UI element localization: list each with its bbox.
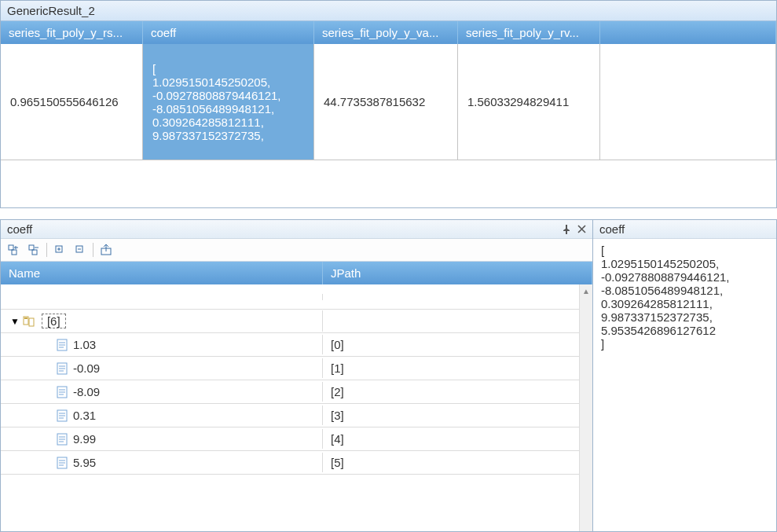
tree-item-value: -8.09 <box>73 385 100 398</box>
value-icon <box>56 409 68 422</box>
array-icon <box>23 315 35 328</box>
svg-rect-2 <box>29 245 34 250</box>
tree-column-jpath[interactable]: JPath <box>323 262 592 284</box>
scroll-up-icon[interactable]: ▲ <box>580 284 592 298</box>
pin-icon[interactable] <box>562 225 571 234</box>
tree-panel-title-text: coeff <box>7 222 32 236</box>
value-icon <box>56 339 68 351</box>
tree-root-label: [6] <box>42 314 66 328</box>
value-icon <box>56 433 68 446</box>
tree-item-row[interactable]: 1.03 [0] <box>1 333 592 357</box>
tree-item-row[interactable]: 5.95 [5] <box>1 451 592 475</box>
column-header[interactable]: series_fit_poly_y_rs... <box>1 21 143 44</box>
vertical-scrollbar[interactable]: ▲ <box>579 284 592 531</box>
svg-rect-1 <box>12 250 16 255</box>
grid-cell-selected[interactable]: [ 1.0295150145250205, -0.092788088794461… <box>143 44 314 160</box>
svg-rect-9 <box>24 317 27 319</box>
close-icon[interactable] <box>577 225 586 233</box>
expand-all-icon[interactable] <box>5 242 21 258</box>
tree-column-name[interactable]: Name <box>1 262 323 284</box>
tree-panel: coeff <box>0 219 593 532</box>
tree-item-value: 1.03 <box>73 338 96 351</box>
tree-item-value: 0.31 <box>73 409 96 422</box>
tree-blank-row <box>1 284 592 310</box>
grid-cell[interactable]: 0.965150555646126 <box>1 44 143 160</box>
collapse-node-icon[interactable] <box>72 242 88 258</box>
tree-item-jpath: [4] <box>323 429 592 449</box>
column-header[interactable]: coeff <box>143 21 314 44</box>
tree-root-row[interactable]: ▼ [6] <box>1 310 592 333</box>
tree-panel-title: coeff <box>1 220 592 239</box>
grid-row[interactable]: 0.965150555646126 [ 1.0295150145250205, … <box>1 44 776 160</box>
tree-item-jpath: [3] <box>323 405 592 425</box>
tree-item-row[interactable]: -8.09 [2] <box>1 380 592 404</box>
collapse-all-icon[interactable] <box>26 242 42 258</box>
grid-cell-empty <box>600 44 776 160</box>
tree-toolbar <box>1 239 592 262</box>
panel-title: GenericResult_2 <box>1 1 776 21</box>
toolbar-separator <box>46 243 47 257</box>
value-icon <box>56 362 68 375</box>
column-header-empty <box>600 21 776 44</box>
tree-item-row[interactable]: 9.99 [4] <box>1 427 592 451</box>
export-icon[interactable] <box>98 242 114 258</box>
column-header[interactable]: series_fit_poly_y_rv... <box>458 21 600 44</box>
detail-panel-title-text: coeff <box>599 222 625 236</box>
tree-item-value: -0.09 <box>73 361 100 375</box>
svg-rect-0 <box>9 245 13 250</box>
value-icon <box>56 457 68 469</box>
column-header[interactable]: series_fit_poly_y_va... <box>314 21 458 44</box>
svg-rect-3 <box>32 250 37 255</box>
tree-item-jpath: [1] <box>323 358 592 378</box>
svg-rect-8 <box>29 318 34 326</box>
detail-text[interactable]: [ 1.0295150145250205, -0.092788088794461… <box>593 239 776 531</box>
grid-cell[interactable]: 44.7735387815632 <box>314 44 458 160</box>
tree-item-row[interactable]: -0.09 [1] <box>1 357 592 380</box>
tree-item-jpath: [0] <box>323 335 592 354</box>
grid-header: series_fit_poly_y_rs... coeff series_fit… <box>1 21 776 44</box>
tree-header: Name JPath <box>1 262 592 284</box>
tree-item-row[interactable]: 0.31 [3] <box>1 404 592 427</box>
tree-item-value: 9.99 <box>73 432 96 446</box>
tree-body: ▼ [6] 1.03 [0] <box>1 284 592 531</box>
toolbar-separator <box>93 243 93 257</box>
value-icon <box>56 386 68 398</box>
detail-panel: coeff [ 1.0295150145250205, -0.092788088… <box>593 219 777 532</box>
tree-item-jpath: [5] <box>323 453 592 472</box>
grid-cell[interactable]: 1.56033294829411 <box>458 44 600 160</box>
tree-item-value: 5.95 <box>73 456 96 469</box>
result-grid-panel: GenericResult_2 series_fit_poly_y_rs... … <box>0 0 777 208</box>
bottom-area: coeff <box>0 219 777 532</box>
detail-panel-title: coeff <box>593 220 776 239</box>
collapse-arrow-icon[interactable]: ▼ <box>10 316 20 327</box>
expand-node-icon[interactable] <box>52 242 68 258</box>
tree-item-jpath: [2] <box>323 382 592 402</box>
